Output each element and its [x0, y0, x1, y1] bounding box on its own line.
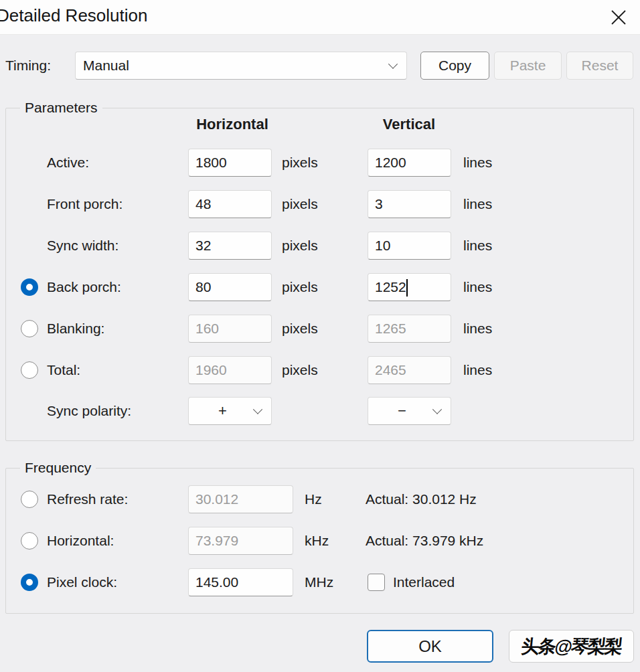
- detailed-resolution-dialog: Detailed Resolution Timing: Manual Copy …: [0, 0, 640, 672]
- pixel-clock-input[interactable]: [188, 568, 293, 596]
- interlaced-label: Interlaced: [393, 568, 455, 596]
- back-porch-label: Back porch:: [47, 273, 121, 301]
- lines-unit-label: lines: [463, 149, 492, 177]
- interlaced-checkbox[interactable]: [368, 574, 385, 591]
- sync-width-horizontal-input[interactable]: [188, 232, 272, 260]
- sync-polarity-vertical-value: −: [398, 402, 406, 420]
- row-total: Total: pixels lines: [0, 356, 640, 384]
- close-button[interactable]: [604, 3, 633, 32]
- chevron-down-icon: [432, 405, 442, 414]
- front-porch-vertical-input[interactable]: [368, 190, 451, 218]
- pixels-unit-label: pixels: [282, 190, 318, 218]
- reset-button[interactable]: Reset: [566, 52, 633, 80]
- back-porch-horizontal-input[interactable]: [188, 273, 272, 301]
- lines-unit-label: lines: [463, 356, 492, 384]
- blanking-vertical-input: [368, 315, 451, 343]
- text-caret: [406, 279, 408, 297]
- column-header-vertical: Vertical: [366, 116, 453, 133]
- chevron-down-icon: [253, 405, 262, 414]
- pixels-unit-label: pixels: [282, 232, 318, 260]
- total-horizontal-input: [188, 356, 272, 384]
- row-sync-polarity: Sync polarity: + −: [0, 397, 640, 425]
- timing-dropdown[interactable]: Manual: [75, 52, 407, 80]
- sync-width-vertical-input[interactable]: [368, 232, 451, 260]
- pixels-unit-label: pixels: [282, 356, 318, 384]
- sync-polarity-horizontal-value: +: [218, 402, 227, 420]
- blanking-label: Blanking:: [47, 315, 104, 343]
- sync-polarity-vertical-dropdown[interactable]: −: [368, 397, 451, 425]
- sync-polarity-horizontal-dropdown[interactable]: +: [188, 397, 272, 425]
- sync-width-label: Sync width:: [47, 232, 118, 260]
- close-icon: [610, 9, 627, 26]
- watermark-text: 头条@琴梨梨: [508, 631, 635, 662]
- back-porch-radio[interactable]: [21, 278, 38, 296]
- mhz-unit-label: MHz: [305, 568, 333, 596]
- window-title: Detailed Resolution: [0, 5, 147, 26]
- hz-unit-label: Hz: [305, 485, 322, 513]
- refresh-rate-actual: Actual: 30.012 Hz: [366, 485, 477, 513]
- row-refresh-rate: Refresh rate: Hz Actual: 30.012 Hz: [0, 485, 640, 513]
- lines-unit-label: lines: [463, 190, 492, 218]
- pixel-clock-label: Pixel clock:: [47, 568, 117, 596]
- total-radio[interactable]: [21, 361, 38, 379]
- pixels-unit-label: pixels: [282, 149, 318, 177]
- total-vertical-input: [368, 356, 451, 384]
- timing-row: Timing: Manual Copy Paste Reset: [0, 52, 640, 80]
- refresh-rate-input: [188, 485, 293, 513]
- row-horizontal-frequency: Horizontal: kHz Actual: 73.979 kHz: [0, 527, 640, 555]
- horizontal-frequency-radio[interactable]: [21, 532, 38, 550]
- parameters-legend: Parameters: [20, 100, 102, 116]
- ok-button[interactable]: OK: [367, 630, 493, 663]
- pixel-clock-radio[interactable]: [21, 574, 38, 591]
- lines-unit-label: lines: [463, 273, 492, 301]
- copy-button[interactable]: Copy: [420, 52, 489, 80]
- frequency-legend: Frequency: [20, 460, 96, 476]
- row-back-porch: Back porch: pixels 1252 lines: [0, 273, 640, 301]
- row-front-porch: Front porch: pixels lines: [0, 190, 640, 218]
- horizontal-frequency-label: Horizontal:: [47, 527, 114, 555]
- row-sync-width: Sync width: pixels lines: [0, 232, 640, 260]
- row-blanking: Blanking: pixels lines: [0, 315, 640, 343]
- titlebar: Detailed Resolution: [0, 0, 640, 35]
- column-header-horizontal: Horizontal: [185, 116, 280, 133]
- lines-unit-label: lines: [463, 315, 492, 343]
- active-vertical-input[interactable]: [368, 149, 451, 177]
- front-porch-horizontal-input[interactable]: [188, 190, 272, 218]
- back-porch-vertical-value: 1252: [375, 279, 406, 295]
- pixels-unit-label: pixels: [282, 315, 318, 343]
- row-active: Active: pixels lines: [0, 149, 640, 177]
- timing-dropdown-value: Manual: [83, 58, 129, 74]
- active-horizontal-input[interactable]: [188, 149, 272, 177]
- blanking-horizontal-input: [188, 315, 272, 343]
- pixels-unit-label: pixels: [282, 273, 318, 301]
- paste-button[interactable]: Paste: [494, 52, 562, 80]
- total-label: Total:: [47, 356, 80, 384]
- horizontal-frequency-actual: Actual: 73.979 kHz: [366, 527, 483, 555]
- lines-unit-label: lines: [463, 232, 492, 260]
- row-pixel-clock: Pixel clock: MHz Interlaced: [0, 568, 640, 596]
- cancel-button[interactable]: 头条@琴梨梨: [509, 630, 634, 663]
- refresh-rate-label: Refresh rate:: [47, 485, 128, 513]
- timing-label: Timing:: [5, 52, 51, 80]
- horizontal-frequency-input: [188, 527, 293, 555]
- khz-unit-label: kHz: [305, 527, 329, 555]
- sync-polarity-label: Sync polarity:: [47, 397, 131, 425]
- back-porch-vertical-input[interactable]: 1252: [368, 273, 451, 301]
- chevron-down-icon: [388, 60, 398, 69]
- front-porch-label: Front porch:: [47, 190, 123, 218]
- active-label: Active:: [47, 149, 89, 177]
- blanking-radio[interactable]: [21, 320, 38, 337]
- refresh-rate-radio[interactable]: [21, 491, 38, 508]
